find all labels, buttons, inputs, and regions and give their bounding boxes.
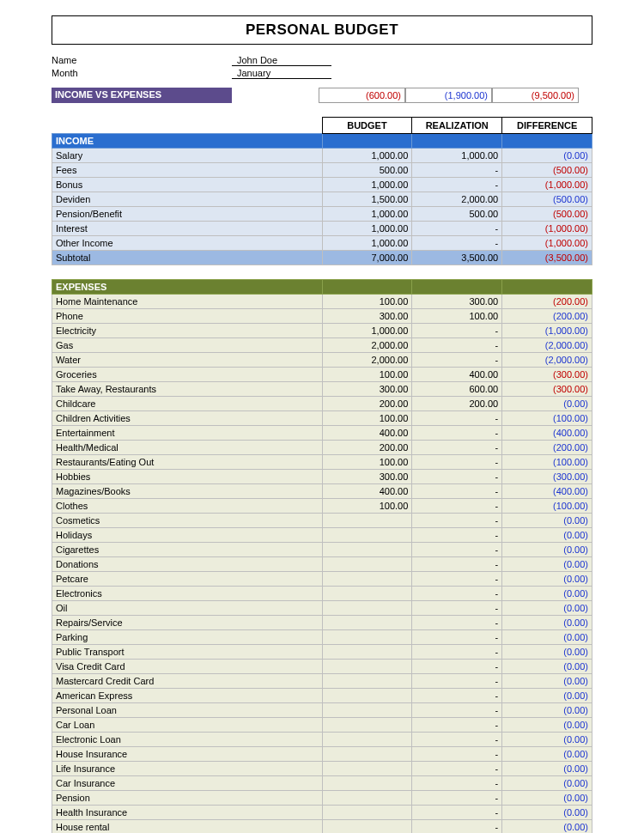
table-row: House rental-(0.00) xyxy=(52,820,592,834)
row-realization[interactable]: - xyxy=(412,222,502,236)
row-budget[interactable]: 1,500.00 xyxy=(322,192,412,207)
row-realization[interactable]: - xyxy=(412,601,502,616)
row-realization[interactable]: - xyxy=(412,747,502,762)
row-realization[interactable]: 500.00 xyxy=(412,207,502,222)
table-row: Children Activities100.00-(100.00) xyxy=(52,411,592,426)
row-budget[interactable]: 500.00 xyxy=(322,163,412,178)
row-label: Repairs/Service xyxy=(52,616,323,630)
row-budget[interactable]: 1,000.00 xyxy=(322,236,412,251)
row-budget[interactable]: 100.00 xyxy=(322,455,412,470)
row-realization[interactable]: - xyxy=(412,630,502,645)
row-budget[interactable] xyxy=(322,703,412,718)
row-difference: (0.00) xyxy=(502,572,592,587)
row-realization[interactable]: - xyxy=(412,426,502,441)
row-budget[interactable]: 1,000.00 xyxy=(322,178,412,192)
row-budget[interactable]: 100.00 xyxy=(322,499,412,514)
row-realization[interactable]: - xyxy=(412,557,502,572)
row-realization[interactable]: - xyxy=(412,733,502,747)
row-budget[interactable]: 1,000.00 xyxy=(322,149,412,163)
row-realization[interactable]: - xyxy=(412,660,502,674)
row-realization[interactable]: - xyxy=(412,572,502,587)
row-realization[interactable]: - xyxy=(412,324,502,338)
row-budget[interactable] xyxy=(322,820,412,834)
row-realization[interactable]: - xyxy=(412,484,502,499)
row-budget[interactable]: 200.00 xyxy=(322,397,412,411)
row-budget[interactable] xyxy=(322,674,412,689)
row-budget[interactable]: 300.00 xyxy=(322,309,412,324)
row-budget[interactable]: 2,000.00 xyxy=(322,353,412,368)
row-realization[interactable]: - xyxy=(412,762,502,776)
row-budget[interactable] xyxy=(322,557,412,572)
row-budget[interactable]: 1,000.00 xyxy=(322,324,412,338)
row-realization[interactable]: - xyxy=(412,543,502,557)
row-realization[interactable]: - xyxy=(412,499,502,514)
row-realization[interactable]: - xyxy=(412,455,502,470)
row-realization[interactable]: - xyxy=(412,791,502,806)
row-budget[interactable] xyxy=(322,733,412,747)
row-realization[interactable]: - xyxy=(412,718,502,733)
row-realization[interactable]: 100.00 xyxy=(412,309,502,324)
row-budget[interactable]: 1,000.00 xyxy=(322,207,412,222)
row-budget[interactable] xyxy=(322,791,412,806)
row-realization[interactable]: - xyxy=(412,178,502,192)
row-budget[interactable]: 2,000.00 xyxy=(322,338,412,353)
col-difference: DIFFERENCE xyxy=(502,118,592,134)
row-budget[interactable]: 100.00 xyxy=(322,368,412,382)
row-realization[interactable]: 600.00 xyxy=(412,382,502,397)
row-budget[interactable]: 200.00 xyxy=(322,441,412,455)
row-difference: (0.00) xyxy=(502,557,592,572)
row-realization[interactable]: 200.00 xyxy=(412,397,502,411)
row-budget[interactable] xyxy=(322,718,412,733)
row-realization[interactable]: 400.00 xyxy=(412,368,502,382)
row-realization[interactable]: - xyxy=(412,703,502,718)
row-realization[interactable]: - xyxy=(412,616,502,630)
row-budget[interactable] xyxy=(322,514,412,528)
row-budget[interactable] xyxy=(322,601,412,616)
row-realization[interactable]: 1,000.00 xyxy=(412,149,502,163)
table-row: Donations-(0.00) xyxy=(52,557,592,572)
row-budget[interactable] xyxy=(322,762,412,776)
row-difference: (0.00) xyxy=(502,543,592,557)
row-budget[interactable] xyxy=(322,587,412,601)
row-realization[interactable]: - xyxy=(412,689,502,703)
row-realization[interactable]: - xyxy=(412,806,502,820)
row-realization[interactable]: - xyxy=(412,441,502,455)
row-realization[interactable]: 2,000.00 xyxy=(412,192,502,207)
row-realization[interactable]: - xyxy=(412,528,502,543)
row-realization[interactable]: - xyxy=(412,776,502,791)
row-label: Life Insurance xyxy=(52,762,323,776)
month-value[interactable]: January xyxy=(232,68,331,79)
row-realization[interactable]: - xyxy=(412,587,502,601)
row-budget[interactable] xyxy=(322,630,412,645)
row-realization[interactable]: - xyxy=(412,353,502,368)
row-budget[interactable]: 400.00 xyxy=(322,426,412,441)
row-budget[interactable] xyxy=(322,543,412,557)
row-realization[interactable]: - xyxy=(412,470,502,484)
row-realization[interactable]: - xyxy=(412,645,502,660)
row-budget[interactable] xyxy=(322,776,412,791)
row-budget[interactable] xyxy=(322,689,412,703)
table-row: Life Insurance-(0.00) xyxy=(52,762,592,776)
row-budget[interactable] xyxy=(322,645,412,660)
row-budget[interactable]: 100.00 xyxy=(322,295,412,309)
row-budget[interactable] xyxy=(322,806,412,820)
row-budget[interactable] xyxy=(322,660,412,674)
row-realization[interactable]: - xyxy=(412,674,502,689)
row-realization[interactable]: - xyxy=(412,236,502,251)
row-budget[interactable] xyxy=(322,616,412,630)
row-budget[interactable] xyxy=(322,747,412,762)
row-budget[interactable]: 1,000.00 xyxy=(322,222,412,236)
row-realization[interactable]: - xyxy=(412,411,502,426)
row-realization[interactable]: - xyxy=(412,514,502,528)
row-budget[interactable] xyxy=(322,528,412,543)
row-budget[interactable]: 400.00 xyxy=(322,484,412,499)
row-realization[interactable]: - xyxy=(412,338,502,353)
row-realization[interactable]: - xyxy=(412,820,502,834)
row-budget[interactable]: 100.00 xyxy=(322,411,412,426)
row-budget[interactable]: 300.00 xyxy=(322,382,412,397)
row-budget[interactable]: 300.00 xyxy=(322,470,412,484)
row-realization[interactable]: 300.00 xyxy=(412,295,502,309)
name-value[interactable]: John Doe xyxy=(232,55,331,66)
row-budget[interactable] xyxy=(322,572,412,587)
row-realization[interactable]: - xyxy=(412,163,502,178)
